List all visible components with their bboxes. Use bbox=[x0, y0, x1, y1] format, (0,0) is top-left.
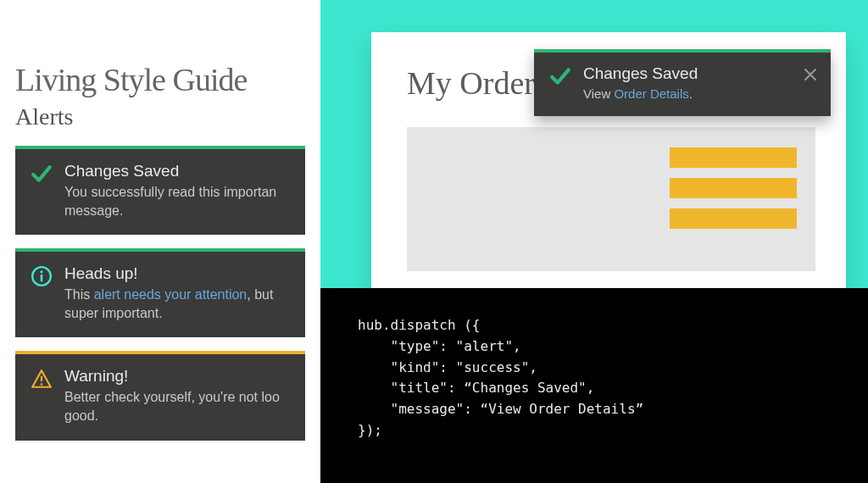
alert-body-mid: , but bbox=[247, 287, 273, 302]
toast-body-link[interactable]: Order Details bbox=[614, 86, 688, 101]
alert-body-line2: super important. bbox=[64, 306, 163, 320]
style-guide-panel: Living Style Guide Alerts Changes Saved … bbox=[0, 0, 320, 483]
alert-body: You successfully read this importan mess… bbox=[64, 183, 290, 219]
checkmark-icon bbox=[31, 163, 53, 185]
alert-body-line2: message. bbox=[64, 203, 123, 218]
code-snippet: hub.dispatch ({ "type": "alert", "kind":… bbox=[320, 288, 868, 483]
toast-title: Changes Saved bbox=[583, 64, 793, 83]
alert-info-example: Heads up! This alert needs your attentio… bbox=[15, 248, 305, 337]
alert-title: Changes Saved bbox=[64, 162, 290, 180]
placeholder-bar bbox=[670, 178, 797, 198]
placeholder-bar bbox=[670, 147, 797, 168]
alert-body-line2: good. bbox=[64, 408, 98, 423]
alert-body: Better check yourself, you're not loo go… bbox=[64, 388, 290, 425]
alert-body-text: Better check yourself, you're not loo bbox=[64, 390, 280, 404]
warning-icon bbox=[31, 368, 53, 390]
toast-body: View Order Details. bbox=[583, 86, 793, 103]
content-placeholder bbox=[407, 127, 815, 271]
placeholder-bar bbox=[670, 208, 797, 229]
section-alerts-heading: Alerts bbox=[15, 103, 305, 130]
info-icon bbox=[31, 265, 53, 287]
alert-body-link[interactable]: alert needs your attention bbox=[94, 287, 248, 302]
alert-title: Heads up! bbox=[64, 264, 290, 283]
alert-body-prefix: This bbox=[64, 287, 94, 302]
checkmark-icon bbox=[549, 65, 571, 87]
toast-body-prefix: View bbox=[583, 86, 614, 101]
alert-title: Warning! bbox=[64, 367, 290, 386]
alert-body-text: You successfully read this importan bbox=[64, 185, 276, 199]
alert-body: This alert needs your attention, but sup… bbox=[64, 286, 290, 322]
close-icon[interactable] bbox=[802, 66, 819, 83]
toast-body-suffix: . bbox=[689, 86, 693, 101]
alert-success-example: Changes Saved You successfully read this… bbox=[15, 146, 305, 235]
alert-warning-example: Warning! Better check yourself, you're n… bbox=[15, 351, 305, 440]
svg-point-4 bbox=[41, 384, 43, 386]
svg-point-1 bbox=[40, 270, 42, 273]
page-title: Living Style Guide bbox=[15, 61, 305, 98]
toast-alert-success: Changes Saved View Order Details. bbox=[534, 49, 831, 116]
svg-rect-2 bbox=[41, 275, 43, 282]
svg-rect-3 bbox=[41, 376, 42, 382]
